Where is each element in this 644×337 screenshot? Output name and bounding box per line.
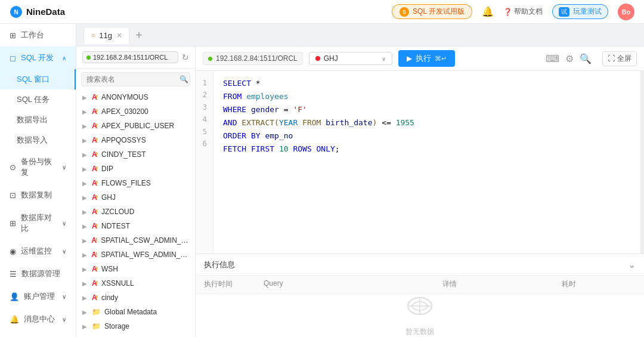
tree-item[interactable]: ▶A!APEX_030200 xyxy=(76,104,195,119)
search-editor-icon[interactable]: 🔍 xyxy=(580,53,592,64)
tree-item[interactable]: ▶A!FLOWS_FILES xyxy=(76,176,195,190)
test-badge[interactable]: 试 玩童测试 xyxy=(552,4,608,19)
schema-search-input[interactable] xyxy=(86,75,176,84)
scroll-track[interactable] xyxy=(640,71,644,253)
tree-item[interactable]: ▶A!SPATIAL_CSW_ADMIN_USR xyxy=(76,233,195,248)
logo[interactable]: N NineData xyxy=(10,5,65,18)
tree-item[interactable]: ▶A!APPQOSSYS xyxy=(76,133,195,147)
sidebar: ⊞ 工作台 ◻ SQL 开发 ∧ SQL 窗口 SQL 任务 数据导出 数据导入… xyxy=(0,24,76,337)
tab-close-btn[interactable]: × xyxy=(117,31,122,39)
tree-item-label: NDTEST xyxy=(101,222,130,230)
tree-node-icon: A! xyxy=(92,279,98,287)
tree-item[interactable]: ▶A!WSH xyxy=(76,262,195,276)
tab-11g[interactable]: ○ 11g × xyxy=(83,27,129,44)
results-expand-icon[interactable]: ⌄ xyxy=(628,259,636,270)
sidebar-item-sql-dev[interactable]: ◻ SQL 开发 ∧ xyxy=(0,47,76,69)
schema-select-dropdown[interactable]: GHJ ∨ xyxy=(309,52,392,65)
tree-arrow-icon: ▶ xyxy=(82,137,88,144)
col-duration: 耗时 xyxy=(562,279,621,289)
avatar-btn[interactable]: Bo xyxy=(618,4,634,20)
monitoring-icon: ◉ xyxy=(10,247,16,256)
sql-dev-icon: ◻ xyxy=(10,54,16,63)
editor-toolbar: 192.168.2.84:1511/ORCL GHJ ∨ ▶ 执行 ⌘↵ ⌨ xyxy=(196,47,644,71)
test-icon: 试 xyxy=(559,7,569,17)
sql-trial-badge[interactable]: S SQL 开发试用版 xyxy=(392,4,472,19)
tree-item-label: CINDY_TEST xyxy=(101,150,146,159)
help-link[interactable]: ❓ 帮助文档 xyxy=(503,7,543,17)
tree-item-label: APEX_030200 xyxy=(101,107,148,116)
account-icon: 👤 xyxy=(10,292,19,301)
bell-btn[interactable]: 🔔 xyxy=(482,6,494,17)
tab-bar: ○ 11g × + xyxy=(76,24,644,47)
code-content[interactable]: SELECT * FROM employees WHERE gender = '… xyxy=(213,71,640,253)
run-icon: ▶ xyxy=(407,54,412,63)
refresh-icon[interactable]: ↻ xyxy=(182,52,189,62)
format-icon[interactable]: ⌨ xyxy=(546,53,559,64)
sidebar-sub-item-data-import[interactable]: 数据导入 xyxy=(0,130,76,150)
fullscreen-icon: ⛶ xyxy=(608,54,615,63)
tab-add-btn[interactable]: + xyxy=(132,29,146,41)
sidebar-item-notifications[interactable]: 🔔 消息中心 ∨ xyxy=(0,308,76,330)
sidebar-item-ds-mgmt[interactable]: ☰ 数据源管理 xyxy=(0,262,76,285)
sidebar-sub-item-data-export[interactable]: 数据导出 xyxy=(0,110,76,130)
main-layout: ⊞ 工作台 ◻ SQL 开发 ∧ SQL 窗口 SQL 任务 数据导出 数据导入… xyxy=(0,24,644,337)
tree-item[interactable]: ▶A!APEX_PUBLIC_USER xyxy=(76,119,195,133)
schema-tree: ▶A!ANONYMOUS▶A!APEX_030200▶A!APEX_PUBLIC… xyxy=(76,90,195,337)
tree-item[interactable]: ▶A!NDTEST xyxy=(76,219,195,233)
tree-item-label: GHJ xyxy=(101,193,116,202)
tree-item[interactable]: ▶A!JZCLOUD xyxy=(76,205,195,219)
tree-item-label: JZCLOUD xyxy=(101,208,134,216)
tree-node-icon: A! xyxy=(92,208,98,216)
tree-node-icon: A! xyxy=(92,107,98,116)
workspace: 192.168.2.84:1511/ORCL ↻ 🔍 ▶A!ANONYMOUS▶… xyxy=(76,47,644,337)
settings-icon[interactable]: ⚙ xyxy=(565,53,574,64)
tree-item[interactable]: ▶📁Security xyxy=(76,333,195,337)
sidebar-menu-btn[interactable]: ☰ xyxy=(0,330,76,337)
sidebar-item-workbench[interactable]: ⊞ 工作台 xyxy=(0,24,76,47)
tree-item[interactable]: ▶📁Global Metadata xyxy=(76,305,195,319)
sidebar-item-db-compare[interactable]: ⊞ 数据库对比 ∨ xyxy=(0,206,76,240)
results-title: 执行信息 xyxy=(204,259,235,270)
data-export-label: 数据导出 xyxy=(17,115,48,125)
tree-arrow-icon: ▶ xyxy=(82,309,88,316)
code-editor[interactable]: 1 2 3 4 5 6 SELECT * FROM employees WHER… xyxy=(196,71,644,253)
tree-item-label: Global Metadata xyxy=(104,308,157,316)
tree-item-label: WSH xyxy=(101,265,118,273)
tree-node-icon: 📁 xyxy=(92,308,101,316)
tree-item-label: FLOWS_FILES xyxy=(101,179,151,187)
sidebar-item-backup[interactable]: ⊙ 备份与恢复 ∨ xyxy=(0,150,76,184)
tree-item[interactable]: ▶A!DIP xyxy=(76,162,195,176)
conn-text: 192.168.2.84:1511/ORCL xyxy=(216,54,298,63)
tree-item[interactable]: ▶A!GHJ xyxy=(76,190,195,205)
tree-arrow-icon: ▶ xyxy=(82,194,88,201)
tree-item[interactable]: ▶A!SPATIAL_WFS_ADMIN_USR xyxy=(76,248,195,262)
tree-item[interactable]: ▶A!CINDY_TEST xyxy=(76,147,195,162)
tree-item[interactable]: ▶A!cindy xyxy=(76,290,195,305)
tree-arrow-icon: ▶ xyxy=(82,209,88,215)
schema-name: GHJ xyxy=(324,54,338,63)
tab-label: 11g xyxy=(99,31,112,40)
results-empty-state: 暂无数据 xyxy=(196,293,644,337)
run-button[interactable]: ▶ 执行 ⌘↵ xyxy=(398,50,455,67)
tree-item[interactable]: ▶A!ANONYMOUS xyxy=(76,90,195,104)
topbar: N NineData S SQL 开发试用版 🔔 ❓ 帮助文档 试 玩童测试 B… xyxy=(0,0,644,24)
fullscreen-btn[interactable]: ⛶ 全屏 xyxy=(602,51,637,66)
backup-label: 备份与恢复 xyxy=(21,156,57,178)
tree-arrow-icon: ▶ xyxy=(82,223,88,230)
test-text: 玩童测试 xyxy=(573,7,602,17)
tree-item[interactable]: ▶A!XSSNULL xyxy=(76,276,195,290)
sidebar-item-monitoring[interactable]: ◉ 运维监控 ∨ xyxy=(0,240,76,262)
connection-info[interactable]: 192.168.2.84:1511/ORCL xyxy=(82,51,178,63)
sidebar-item-data-replicate[interactable]: ⊡ 数据复制 xyxy=(0,184,76,206)
logo-icon: N xyxy=(10,5,23,18)
sidebar-sub-item-sql-task[interactable]: SQL 任务 xyxy=(0,89,76,110)
tree-item-label: Storage xyxy=(104,322,129,330)
sidebar-sub-item-sql-window[interactable]: SQL 窗口 xyxy=(0,69,76,89)
sidebar-item-account[interactable]: 👤 账户管理 ∨ xyxy=(0,285,76,308)
tree-item[interactable]: ▶📁Storage xyxy=(76,319,195,333)
workbench-icon: ⊞ xyxy=(10,31,16,40)
schema-search-icon[interactable]: 🔍 xyxy=(179,75,188,84)
help-label: 帮助文档 xyxy=(514,7,543,17)
connection-badge[interactable]: 192.168.2.84:1511/ORCL xyxy=(203,52,303,65)
schema-dot xyxy=(315,56,320,61)
